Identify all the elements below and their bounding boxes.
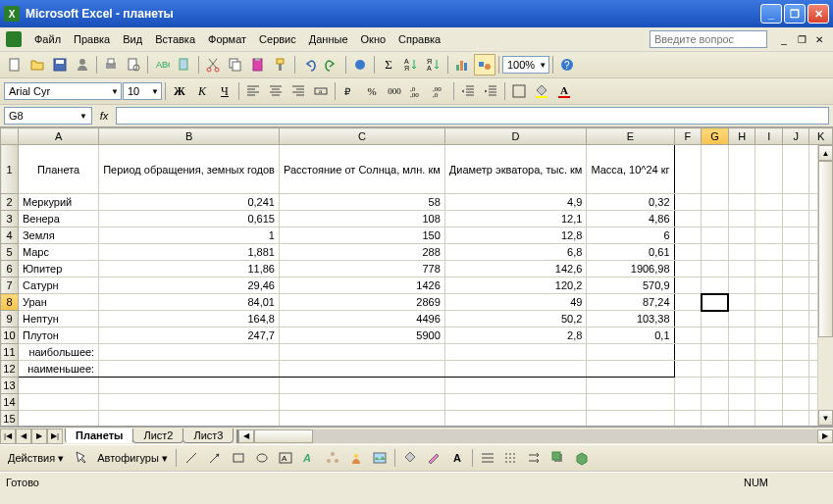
- menu-view[interactable]: Вид: [117, 31, 148, 47]
- vertical-scrollbar[interactable]: ▲ ▼: [817, 145, 833, 426]
- sort-desc-button[interactable]: ЯА: [423, 54, 444, 76]
- cell-E6[interactable]: 1906,98: [587, 261, 674, 277]
- drawing-button[interactable]: [474, 54, 495, 76]
- font-color-draw-button[interactable]: A: [446, 447, 468, 469]
- bold-button[interactable]: Ж: [169, 80, 190, 102]
- save-button[interactable]: [49, 54, 71, 76]
- increase-decimal-button[interactable]: ,0,00: [406, 80, 428, 102]
- cell-J4[interactable]: [782, 227, 809, 244]
- hscroll-thumb[interactable]: [254, 429, 313, 443]
- cell-I2[interactable]: [755, 194, 783, 211]
- cell-F4[interactable]: [674, 227, 702, 244]
- select-all-corner[interactable]: [1, 128, 19, 145]
- cell-B5[interactable]: 1,881: [99, 244, 280, 261]
- cell-G7[interactable]: [702, 277, 729, 294]
- chart-button[interactable]: [451, 54, 473, 76]
- cell-A5[interactable]: Марс: [18, 244, 98, 261]
- cell-H12[interactable]: [728, 361, 755, 378]
- cell-A4[interactable]: Земля: [18, 227, 98, 244]
- cell-D10[interactable]: 2,8: [444, 328, 587, 344]
- col-header-C[interactable]: C: [279, 128, 444, 145]
- open-button[interactable]: [26, 54, 48, 76]
- paste-button[interactable]: [247, 54, 269, 76]
- cell-H6[interactable]: [728, 261, 755, 277]
- cell-I11[interactable]: [755, 344, 783, 361]
- diagram-button[interactable]: [322, 447, 343, 469]
- sheet-tab-2[interactable]: Лист3: [182, 428, 234, 443]
- cell-D2[interactable]: 4,9: [444, 194, 587, 211]
- align-left-button[interactable]: [242, 80, 264, 102]
- cell-H9[interactable]: [728, 311, 755, 328]
- sort-asc-button[interactable]: АЯ: [400, 54, 422, 76]
- cell-F15[interactable]: [674, 411, 702, 428]
- cell-I12[interactable]: [755, 361, 783, 378]
- cell-C2[interactable]: 58: [279, 194, 444, 211]
- cell-A9[interactable]: Нептун: [18, 311, 98, 328]
- fx-button[interactable]: fx: [94, 107, 114, 125]
- cell-F14[interactable]: [674, 394, 702, 411]
- cell-H14[interactable]: [728, 394, 755, 411]
- cell-E3[interactable]: 4,86: [587, 211, 674, 227]
- col-header-D[interactable]: D: [444, 128, 587, 145]
- picture-button[interactable]: [369, 447, 390, 469]
- cell-H10[interactable]: [728, 328, 755, 344]
- cell-G11[interactable]: [702, 344, 729, 361]
- cell-A8[interactable]: Уран: [18, 294, 98, 311]
- cell-E14[interactable]: [587, 394, 674, 411]
- cell-A10[interactable]: Плутон: [18, 328, 98, 344]
- scroll-down-button[interactable]: ▼: [818, 410, 833, 426]
- menu-insert[interactable]: Вставка: [149, 31, 201, 47]
- menu-service[interactable]: Сервис: [253, 31, 302, 47]
- cell-B8[interactable]: 84,01: [99, 294, 280, 311]
- cell-I3[interactable]: [755, 211, 783, 227]
- cell-D7[interactable]: 120,2: [444, 277, 587, 294]
- cell-F1[interactable]: [674, 145, 702, 194]
- cell-D14[interactable]: [444, 394, 587, 411]
- spreadsheet-grid[interactable]: ABCDEFGHIJK1ПланетаПериод обращения, зем…: [0, 127, 833, 427]
- shadow-button[interactable]: [547, 447, 569, 469]
- 3d-button[interactable]: [571, 447, 593, 469]
- line-color-button[interactable]: [423, 447, 444, 469]
- doc-close-button[interactable]: ✕: [811, 32, 827, 46]
- maximize-button[interactable]: ❐: [784, 4, 806, 24]
- fill-color-draw-button[interactable]: [399, 447, 421, 469]
- cell-C15[interactable]: [279, 411, 444, 428]
- cell-D1[interactable]: Диаметр экватора, тыс. км: [444, 145, 587, 194]
- cell-C12[interactable]: [279, 361, 444, 378]
- menu-edit[interactable]: Правка: [68, 31, 116, 47]
- cell-C11[interactable]: [279, 344, 444, 361]
- align-center-button[interactable]: [265, 80, 286, 102]
- cell-B13[interactable]: [99, 378, 280, 394]
- cell-B3[interactable]: 0,615: [99, 211, 280, 227]
- draw-actions-menu[interactable]: Действия ▾: [4, 452, 68, 465]
- doc-minimize-button[interactable]: _: [776, 32, 792, 46]
- close-button[interactable]: ✕: [807, 4, 829, 24]
- cell-D6[interactable]: 142,6: [444, 261, 587, 277]
- cell-F5[interactable]: [674, 244, 702, 261]
- line-button[interactable]: [181, 447, 202, 469]
- col-header-E[interactable]: E: [587, 128, 674, 145]
- cell-A15[interactable]: [18, 411, 98, 428]
- borders-button[interactable]: [508, 80, 530, 102]
- hscroll-left-button[interactable]: ◀: [238, 429, 254, 443]
- col-header-J[interactable]: J: [782, 128, 809, 145]
- cell-J7[interactable]: [782, 277, 809, 294]
- cell-C7[interactable]: 1426: [279, 277, 444, 294]
- cell-H7[interactable]: [728, 277, 755, 294]
- row-header-5[interactable]: 5: [1, 244, 19, 261]
- row-header-6[interactable]: 6: [1, 261, 19, 277]
- cell-E15[interactable]: [587, 411, 674, 428]
- cell-C1[interactable]: Расстояние от Солнца, млн. км: [279, 145, 444, 194]
- cell-C6[interactable]: 778: [279, 261, 444, 277]
- cell-I13[interactable]: [755, 378, 783, 394]
- sheet-tab-1[interactable]: Лист2: [132, 428, 183, 443]
- cell-A1[interactable]: Планета: [18, 145, 98, 194]
- tab-first-button[interactable]: |◀: [0, 428, 16, 444]
- menu-window[interactable]: Окно: [355, 31, 392, 47]
- row-header-10[interactable]: 10: [1, 328, 19, 344]
- row-header-1[interactable]: 1: [1, 145, 19, 194]
- cell-A6[interactable]: Юпитер: [18, 261, 98, 277]
- permission-button[interactable]: [72, 54, 93, 76]
- format-painter-button[interactable]: [270, 54, 291, 76]
- cell-J12[interactable]: [782, 361, 809, 378]
